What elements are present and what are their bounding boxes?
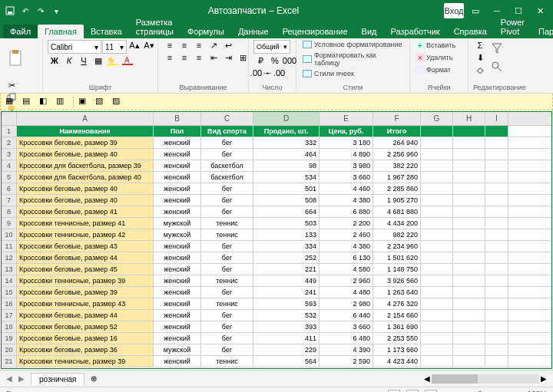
cell[interactable] (453, 183, 485, 194)
cell[interactable]: 6 480 (320, 333, 373, 344)
row-header[interactable]: 8 (2, 206, 17, 217)
cut-icon[interactable]: ✂ (5, 80, 18, 91)
ribbon-tab-1[interactable]: Главная (38, 25, 84, 38)
cell[interactable]: 133 (253, 229, 320, 240)
page-layout-view-icon[interactable] (406, 390, 419, 393)
cell[interactable] (485, 172, 508, 183)
underline-icon[interactable]: Ч (77, 55, 91, 66)
cell[interactable] (421, 275, 453, 286)
hscroll-right-icon[interactable]: ▶ (541, 374, 547, 383)
cell[interactable]: 6 440 (320, 310, 373, 321)
col-header-F[interactable]: F (373, 112, 421, 125)
col-header-H[interactable]: H (453, 112, 485, 125)
font-color-icon[interactable]: A (121, 55, 134, 66)
cell[interactable] (421, 298, 453, 309)
font-size-select[interactable]: 11▾ (102, 40, 127, 54)
spreadsheet-grid[interactable]: ABCDEFGHI 1НаименованиеПолВид спортаПрод… (1, 111, 552, 369)
col-header-A[interactable]: A (17, 112, 154, 125)
sheet-nav-prev-icon[interactable]: ◀ (6, 374, 12, 383)
decrease-decimal-icon[interactable]: ←.00 (268, 68, 282, 78)
cell[interactable] (485, 195, 508, 206)
autosum-icon[interactable]: Σ (473, 40, 487, 51)
cell[interactable] (453, 172, 485, 183)
cell[interactable] (485, 183, 508, 194)
cell[interactable]: Кроссовки беговые, размер 39 (17, 287, 154, 298)
cell[interactable]: 1 501 620 (373, 252, 421, 263)
number-format-select[interactable]: Общий▾ (253, 40, 290, 54)
cell[interactable]: Кроссовки беговые, размер 36 (17, 344, 154, 355)
cell[interactable]: 4 480 (320, 287, 373, 298)
cell[interactable]: Цена, руб. (320, 126, 373, 137)
undo-icon[interactable]: ↶ (18, 4, 32, 18)
percent-icon[interactable]: % (268, 55, 282, 66)
align-left-icon[interactable]: ≡ (163, 52, 177, 63)
cell[interactable]: бег (201, 344, 253, 355)
cell[interactable]: 229 (253, 344, 320, 355)
cell[interactable]: 2 154 660 (373, 310, 421, 321)
cell[interactable] (421, 137, 453, 148)
row-header[interactable]: 10 (2, 229, 17, 240)
ribbon-options-icon[interactable]: ▭ (465, 3, 485, 18)
cell[interactable]: 503 (253, 218, 320, 229)
cell[interactable]: 1 361 690 (373, 321, 421, 332)
cell[interactable]: 6 880 (320, 206, 373, 217)
cell[interactable] (485, 149, 508, 160)
cell[interactable]: женский (154, 206, 201, 217)
cell[interactable] (485, 287, 508, 298)
cell[interactable]: 382 220 (373, 160, 421, 171)
cell[interactable]: бег (201, 264, 253, 275)
cell[interactable]: Кроссовки беговые, размер 52 (17, 321, 154, 332)
cell[interactable] (453, 344, 485, 355)
cell[interactable]: Кроссовки теннисные, размер 39 (17, 356, 154, 367)
find-select-icon[interactable] (490, 58, 504, 75)
cell[interactable]: 464 (253, 149, 320, 160)
cell[interactable]: женский (154, 298, 201, 309)
select-all-corner[interactable] (2, 112, 17, 125)
cell[interactable]: баскетбол (201, 160, 253, 171)
cell[interactable] (421, 172, 453, 183)
orientation-icon[interactable]: ↗ (207, 40, 220, 51)
cell[interactable]: бег (201, 310, 253, 321)
close-icon[interactable]: ✕ (530, 3, 550, 18)
cell[interactable]: 4 890 (320, 149, 373, 160)
cell[interactable] (421, 333, 453, 344)
cell[interactable]: женский (154, 183, 201, 194)
cell[interactable]: 501 (253, 183, 320, 194)
cell[interactable] (453, 275, 485, 286)
cell[interactable]: Кроссовки беговые, размер 40 (17, 195, 154, 206)
row-header[interactable]: 4 (2, 160, 17, 171)
align-center-icon[interactable]: ≡ (177, 52, 191, 63)
italic-icon[interactable]: К (62, 55, 76, 66)
row-header[interactable]: 1 (2, 126, 17, 137)
align-middle-icon[interactable]: ≡ (177, 40, 191, 51)
hscroll-left-icon[interactable]: ◀ (424, 374, 430, 383)
qat2-icon[interactable]: ▧ (95, 96, 108, 108)
cell[interactable] (485, 356, 508, 367)
cell[interactable] (453, 126, 485, 137)
ribbon-tab-8[interactable]: Разработчик (384, 25, 447, 38)
qat2-icon[interactable]: ▤ (22, 96, 35, 108)
normal-view-icon[interactable] (388, 390, 400, 393)
cell[interactable] (421, 310, 453, 321)
conditional-format-button[interactable]: Условное форматирование (301, 40, 404, 49)
cell[interactable]: 4 380 (320, 241, 373, 252)
cell[interactable] (453, 333, 485, 344)
sheet-nav-next-icon[interactable]: ▶ (18, 374, 25, 383)
col-header-G[interactable]: G (421, 112, 453, 125)
cell[interactable] (453, 195, 485, 206)
cell[interactable]: 982 220 (373, 229, 421, 240)
cell[interactable]: 1 173 660 (373, 344, 421, 355)
cell[interactable] (453, 264, 485, 275)
cell[interactable]: женский (154, 356, 201, 367)
cell[interactable] (421, 264, 453, 275)
cell[interactable]: мужской (154, 344, 201, 355)
row-header[interactable]: 12 (2, 252, 17, 263)
comma-icon[interactable]: 000 (283, 55, 296, 66)
cell[interactable]: женский (154, 137, 201, 148)
cell[interactable] (453, 287, 485, 298)
cell[interactable]: 1 967 280 (373, 172, 421, 183)
col-header-I[interactable]: I (485, 112, 508, 125)
cell[interactable]: 6 130 (320, 252, 373, 263)
cell[interactable] (453, 149, 485, 160)
delete-cells-button[interactable]: ×Удалить (415, 52, 453, 63)
